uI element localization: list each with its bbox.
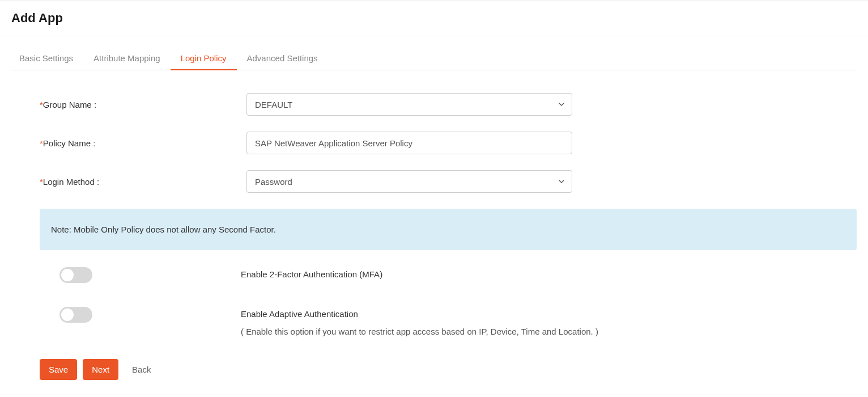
toggle-knob	[61, 269, 74, 281]
back-button[interactable]: Back	[129, 359, 154, 380]
save-button[interactable]: Save	[40, 359, 77, 380]
policy-name-label: *Policy Name :	[40, 138, 246, 148]
next-button[interactable]: Next	[83, 359, 118, 380]
note-box: Note: Mobile Only Policy does not allow …	[40, 209, 857, 250]
group-name-select[interactable]: DEFAULT	[246, 93, 572, 116]
login-method-select[interactable]: Password	[246, 170, 572, 193]
tab-bar: Basic Settings Attribute Mapping Login P…	[11, 47, 857, 70]
adaptive-toggle-label: Enable Adaptive Authentication	[241, 307, 598, 319]
mfa-toggle-label: Enable 2-Factor Authentication (MFA)	[241, 267, 382, 279]
adaptive-toggle-sublabel: ( Enable this option if you want to rest…	[241, 327, 598, 336]
page-title: Add App	[11, 11, 857, 26]
adaptive-toggle[interactable]	[59, 307, 92, 323]
toggle-knob	[61, 309, 74, 321]
tab-basic-settings[interactable]: Basic Settings	[11, 47, 83, 70]
tab-advanced-settings[interactable]: Advanced Settings	[237, 47, 328, 70]
group-name-label: *Group Name :	[40, 100, 246, 109]
login-method-label: *Login Method :	[40, 177, 246, 187]
tab-login-policy[interactable]: Login Policy	[171, 47, 237, 70]
tab-attribute-mapping[interactable]: Attribute Mapping	[83, 47, 171, 70]
mfa-toggle[interactable]	[59, 267, 92, 283]
policy-name-input[interactable]	[246, 132, 572, 154]
